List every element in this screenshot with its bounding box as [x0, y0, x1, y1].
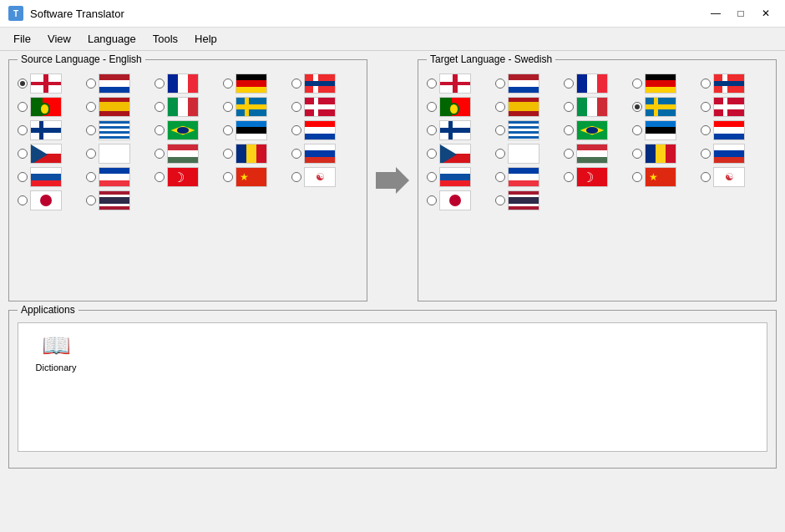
target-flag-br-img[interactable]	[576, 120, 608, 140]
source-radio-blank1[interactable]	[86, 149, 96, 159]
source-radio-no[interactable]	[291, 79, 301, 89]
target-radio-de[interactable]	[632, 79, 642, 89]
flag-fr[interactable]	[167, 73, 199, 94]
target-flag-sk-img[interactable]	[439, 167, 471, 187]
target-radio-gr[interactable]	[495, 125, 505, 135]
target-flag-uk-img[interactable]	[439, 73, 471, 94]
flag-hu[interactable]	[167, 144, 199, 164]
target-flag-th-img[interactable]	[508, 190, 539, 210]
target-radio-dk[interactable]	[701, 102, 711, 112]
target-flag-ja-img[interactable]	[439, 190, 471, 210]
target-flag-fr-img[interactable]	[576, 73, 608, 94]
maximize-button[interactable]: □	[730, 5, 752, 22]
flag-fi[interactable]	[30, 120, 62, 140]
target-radio-tr[interactable]	[564, 172, 574, 182]
source-radio-ko[interactable]	[291, 172, 301, 182]
flag-ko[interactable]	[304, 167, 336, 187]
menu-help[interactable]: Help	[186, 29, 225, 48]
target-radio-uk[interactable]	[427, 79, 437, 89]
target-radio-fi[interactable]	[427, 125, 437, 135]
target-flag-sv-img[interactable]	[645, 97, 676, 117]
menu-tools[interactable]: Tools	[144, 29, 186, 48]
target-radio-hr[interactable]	[701, 125, 711, 135]
source-radio-de[interactable]	[223, 79, 233, 89]
target-radio-fr[interactable]	[564, 79, 574, 89]
target-radio-ko[interactable]	[701, 172, 711, 182]
source-radio-es[interactable]	[86, 102, 96, 112]
flag-ja[interactable]	[30, 190, 62, 210]
flag-sl[interactable]	[99, 167, 130, 187]
flag-gr[interactable]	[99, 120, 130, 140]
minimize-button[interactable]: —	[705, 5, 727, 22]
target-radio-no[interactable]	[701, 79, 711, 89]
target-radio-zh[interactable]	[632, 172, 642, 182]
target-flag-es-img[interactable]	[508, 97, 539, 117]
target-flag-et-img[interactable]	[645, 120, 676, 140]
target-radio-sk[interactable]	[427, 172, 437, 182]
target-radio-ja[interactable]	[427, 195, 437, 205]
flag-sk[interactable]	[30, 167, 62, 187]
target-flag-sl-img[interactable]	[508, 167, 539, 187]
target-flag-blank1-img[interactable]	[508, 144, 539, 164]
target-radio-th[interactable]	[495, 195, 505, 205]
target-radio-it[interactable]	[564, 102, 574, 112]
flag-hr[interactable]	[304, 120, 336, 140]
target-radio-br[interactable]	[564, 125, 574, 135]
target-flag-hu-img[interactable]	[576, 144, 608, 164]
source-radio-hu[interactable]	[154, 149, 165, 159]
flag-zh[interactable]	[236, 167, 267, 187]
flag-no[interactable]	[304, 73, 336, 94]
flag-pt[interactable]	[30, 97, 62, 117]
flag-sv[interactable]	[236, 97, 267, 117]
target-radio-hu[interactable]	[564, 149, 574, 159]
source-radio-gr[interactable]	[86, 125, 96, 135]
source-radio-it[interactable]	[154, 102, 165, 112]
target-radio-ru[interactable]	[701, 149, 711, 159]
source-radio-fr[interactable]	[154, 79, 165, 89]
source-radio-tr[interactable]	[154, 172, 165, 182]
flag-dk[interactable]	[304, 97, 336, 117]
target-flag-ko-img[interactable]	[713, 167, 745, 187]
source-radio-br[interactable]	[154, 125, 165, 135]
flag-uk[interactable]	[30, 73, 62, 94]
target-radio-ro[interactable]	[632, 149, 642, 159]
target-radio-sv[interactable]	[632, 102, 642, 112]
source-radio-sv[interactable]	[223, 102, 233, 112]
flag-es[interactable]	[99, 97, 130, 117]
menu-view[interactable]: View	[39, 29, 79, 48]
target-radio-pt[interactable]	[427, 102, 437, 112]
app-dictionary[interactable]: 📖 Dictionary	[27, 332, 85, 372]
target-flag-gr-img[interactable]	[508, 120, 539, 140]
source-radio-ro[interactable]	[223, 149, 233, 159]
source-radio-et[interactable]	[223, 125, 233, 135]
target-flag-de-img[interactable]	[645, 73, 676, 94]
target-flag-it-img[interactable]	[576, 97, 608, 117]
target-radio-et[interactable]	[632, 125, 642, 135]
flag-it[interactable]	[167, 97, 199, 117]
menu-file[interactable]: File	[5, 29, 39, 48]
flag-br[interactable]	[167, 120, 199, 140]
target-flag-dk-img[interactable]	[713, 97, 745, 117]
target-flag-no-img[interactable]	[713, 73, 745, 94]
source-radio-pt[interactable]	[18, 102, 28, 112]
source-radio-sk[interactable]	[18, 172, 28, 182]
flag-th[interactable]	[99, 190, 130, 210]
flag-ro[interactable]	[236, 144, 267, 164]
source-radio-sl[interactable]	[86, 172, 96, 182]
target-flag-cs-img[interactable]	[439, 144, 471, 164]
target-radio-cs[interactable]	[427, 149, 437, 159]
close-button[interactable]: ✕	[755, 5, 777, 22]
flag-et[interactable]	[236, 120, 267, 140]
target-radio-sl[interactable]	[495, 172, 505, 182]
source-radio-zh[interactable]	[223, 172, 233, 182]
flag-nl[interactable]	[99, 73, 130, 94]
source-radio-uk[interactable]	[18, 79, 28, 89]
flag-de[interactable]	[236, 73, 267, 94]
menu-language[interactable]: Language	[79, 29, 144, 48]
target-radio-es[interactable]	[495, 102, 505, 112]
source-radio-th[interactable]	[86, 195, 96, 205]
target-flag-hr-img[interactable]	[713, 120, 745, 140]
target-flag-zh-img[interactable]	[645, 167, 676, 187]
source-radio-nl[interactable]	[86, 79, 96, 89]
source-radio-ru[interactable]	[291, 149, 301, 159]
